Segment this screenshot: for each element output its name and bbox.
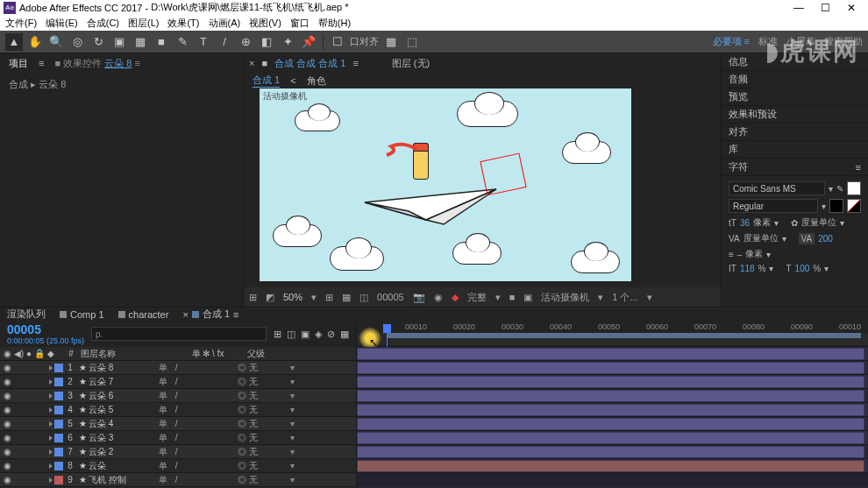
workspace-small[interactable]: 小屏幕	[786, 35, 815, 48]
comp-tab-role[interactable]: 角色	[307, 74, 326, 88]
parent-dropdown[interactable]: ▾	[290, 377, 301, 386]
view-count[interactable]: 1 个...	[612, 291, 637, 304]
layer-color[interactable]	[54, 420, 63, 428]
layer-parent[interactable]: ◎ 无	[238, 376, 290, 388]
guides-icon[interactable]: ▦	[342, 292, 351, 303]
layer-row[interactable]: ◉ 1 ★ 云朵 8 单 / ◎ 无 ▾	[0, 361, 356, 375]
layer-name-column[interactable]: 图层名称	[81, 348, 168, 360]
comp1-tab[interactable]: Comp 1	[60, 309, 104, 320]
layer-bar[interactable]	[357, 376, 864, 388]
parent-dropdown[interactable]: ▾	[290, 447, 301, 456]
layer-row[interactable]: ◉ 3 ★ 云朵 6 单 / ◎ 无 ▾	[0, 389, 356, 403]
track-row[interactable]	[357, 389, 868, 403]
character-panel-header[interactable]: 字符≡	[722, 159, 868, 176]
layer-parent[interactable]: ◎ 无	[238, 390, 290, 402]
layer-name[interactable]: 飞机 控制	[89, 474, 159, 486]
menu-file[interactable]: 文件(F)	[5, 17, 37, 30]
track-row[interactable]	[357, 459, 868, 473]
layer-bar[interactable]	[357, 432, 864, 444]
layer-parent[interactable]: ◎ 无	[238, 432, 290, 444]
orbit-tool[interactable]: ◎	[68, 33, 86, 51]
vertical-scale[interactable]: 118	[740, 264, 755, 273]
fill-color[interactable]	[847, 181, 861, 195]
layer-color[interactable]	[54, 378, 63, 386]
kerning[interactable]: 度量单位	[743, 232, 779, 244]
track-row[interactable]	[357, 417, 868, 431]
layer-name[interactable]: 云朵 4	[89, 418, 159, 430]
layer-color[interactable]	[54, 434, 63, 442]
visibility-toggle[interactable]: ◉	[4, 363, 16, 372]
zoom-level[interactable]: 50%	[283, 292, 302, 302]
close-button[interactable]: ✕	[838, 0, 864, 15]
frame-blend-icon[interactable]: ◈	[315, 329, 322, 340]
composition-viewer[interactable]: 活动摄像机	[260, 88, 631, 281]
color-icon[interactable]: ◆	[452, 292, 459, 303]
brush-tool[interactable]: /	[216, 33, 233, 51]
camera-select[interactable]: 活动摄像机	[541, 291, 589, 304]
character-tab[interactable]: character	[118, 309, 169, 320]
hand-tool[interactable]: ✋	[26, 33, 44, 51]
view-icon[interactable]: ■	[509, 292, 516, 302]
parent-dropdown[interactable]: ▾	[290, 363, 301, 372]
layer-color[interactable]	[54, 392, 63, 400]
track-row[interactable]	[357, 375, 868, 389]
layer-color[interactable]	[54, 406, 63, 414]
shape-tool[interactable]: ■	[153, 33, 170, 51]
preview-panel-header[interactable]: 预览	[722, 88, 868, 106]
layer-row[interactable]: ◉ 6 ★ 云朵 3 单 / ◎ 无 ▾	[0, 431, 356, 445]
render-icon[interactable]: ⬚	[403, 33, 421, 51]
audio-panel-header[interactable]: 音频	[722, 71, 868, 88]
menu-view[interactable]: 视图(V)	[249, 17, 281, 30]
twirl-icon[interactable]	[49, 407, 53, 413]
parent-dropdown[interactable]: ▾	[290, 461, 301, 470]
time-ruler[interactable]: 0001000020000300004000050000600007000080…	[357, 321, 868, 347]
twirl-icon[interactable]	[49, 477, 53, 483]
layer-switches[interactable]: 单 /	[159, 404, 238, 416]
twirl-icon[interactable]	[49, 393, 53, 399]
horizontal-scale[interactable]: 100	[795, 264, 810, 273]
proxy-icon[interactable]: ▦	[382, 33, 400, 51]
leading[interactable]: 度量单位	[801, 216, 836, 229]
parent-dropdown[interactable]: ▾	[290, 433, 301, 442]
pen-tool[interactable]: ✎	[174, 33, 191, 51]
parent-dropdown[interactable]: ▾	[290, 419, 301, 428]
camera-tool[interactable]: ▣	[110, 33, 128, 51]
layer-row[interactable]: ◉ 5 ★ 云朵 4 单 / ◎ 无 ▾	[0, 417, 356, 431]
layer-name[interactable]: 云朵 8	[89, 362, 159, 374]
rotate-tool[interactable]: ↻	[89, 33, 107, 51]
layer-name[interactable]: 云朵	[89, 460, 159, 472]
workspace-essentials[interactable]: 必要项 ≡	[713, 35, 750, 48]
motion-blur-icon[interactable]: ⊘	[327, 329, 335, 340]
active-comp-tab[interactable]: × 合成 1 ≡	[182, 308, 238, 321]
visibility-toggle[interactable]: ◉	[4, 419, 16, 428]
switches-column[interactable]: 单 ✻ \ fx	[168, 348, 247, 360]
twirl-icon[interactable]	[49, 449, 53, 455]
layer-switches[interactable]: 单 /	[159, 432, 238, 444]
menu-composition[interactable]: 合成(C)	[87, 17, 119, 30]
layer-parent[interactable]: ◎ 无	[238, 474, 290, 486]
resolution[interactable]: 完整	[467, 291, 487, 304]
minimize-button[interactable]: —	[786, 0, 812, 15]
alpha-icon[interactable]: ◩	[266, 292, 274, 303]
roto-tool[interactable]: ✦	[279, 33, 296, 51]
menu-layer[interactable]: 图层(L)	[128, 17, 159, 30]
track-row[interactable]	[357, 347, 868, 361]
layer-switches[interactable]: 单 /	[159, 390, 238, 402]
res-icon[interactable]: ⊞	[249, 292, 257, 303]
layer-search[interactable]: ρ.	[91, 327, 267, 341]
search-help[interactable]: 搜索帮助	[824, 35, 863, 48]
layer-bar[interactable]	[357, 418, 864, 430]
layer-color[interactable]	[54, 448, 63, 456]
snapshot-icon[interactable]: 📷	[413, 292, 425, 303]
work-area[interactable]	[387, 333, 861, 338]
twirl-icon[interactable]	[49, 463, 53, 469]
menu-help[interactable]: 帮助(H)	[318, 17, 351, 30]
comp-breadcrumb[interactable]: 合成 合成 合成 1	[274, 57, 345, 70]
layer-switches[interactable]: 单 /	[159, 446, 238, 458]
current-timecode[interactable]: 00005	[7, 322, 84, 336]
track-row[interactable]	[357, 445, 868, 459]
align-panel-header[interactable]: 对齐	[722, 124, 868, 141]
layer-switches[interactable]: 单 /	[159, 376, 238, 388]
font-family-select[interactable]: Comic Sans MS	[729, 181, 825, 195]
comp-flowchart-icon[interactable]: ⊞	[274, 329, 281, 340]
